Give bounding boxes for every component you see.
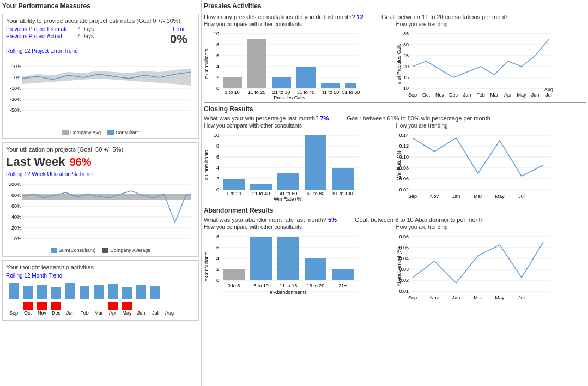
svg-text:21 to 30: 21 to 30 (272, 89, 290, 95)
svg-rect-28 (37, 302, 47, 310)
presales-question: How many presales consultations did you … (204, 14, 355, 20)
svg-text:21 to 40: 21 to 40 (252, 191, 270, 196)
svg-rect-67 (272, 77, 291, 88)
svg-text:Jan: Jan (66, 310, 75, 316)
abandonment-question-row: What was your abandonment rate last mont… (204, 216, 586, 223)
svg-rect-37 (122, 302, 132, 310)
svg-text:16 to 20: 16 to 20 (307, 283, 325, 288)
error-value: 0% (162, 32, 195, 46)
estimate-card: Your ability to provide accurate project… (2, 14, 199, 139)
presales-goal: Goal: between 11 to 20 consultations per… (381, 14, 509, 20)
svg-text:Jun: Jun (531, 92, 539, 98)
sum-consultant-label: Sum(Consultant) (59, 248, 96, 253)
utilization-trend-label: Rolling 12 Week Utilization % Trend (6, 171, 195, 177)
closing-trend-chart: Win Rate (%) 0.14 0.12 0.10 0.08 0.06 0.… (396, 130, 554, 201)
svg-text:2: 2 (216, 176, 219, 182)
svg-text:6: 6 (216, 245, 219, 250)
presales-section: How many presales consultations did you … (204, 14, 586, 100)
svg-text:Apr: Apr (109, 310, 117, 316)
closing-goal: Goal: between 61% to 80% win percentage … (347, 115, 490, 122)
svg-text:6: 6 (216, 53, 219, 58)
closing-section: Closing Results What was your win percen… (204, 102, 586, 202)
closing-question-row: What was your win percentage last month?… (204, 115, 586, 122)
sum-consultant-box (51, 248, 57, 253)
svg-text:41 to 60: 41 to 60 (280, 191, 298, 196)
week-label: Last Week (6, 155, 65, 169)
svg-text:0.12: 0.12 (399, 143, 409, 149)
svg-text:15: 15 (403, 75, 408, 80)
svg-text:0 to 5: 0 to 5 (228, 283, 240, 288)
utilization-legend: Sum(Consultant) Company Average (6, 248, 195, 253)
svg-text:4: 4 (216, 64, 219, 69)
svg-text:8: 8 (216, 234, 219, 239)
svg-text:20: 20 (403, 64, 408, 69)
svg-text:Aug: Aug (544, 87, 553, 92)
svg-text:May: May (122, 310, 132, 316)
trending-label: How you are trending (396, 21, 586, 27)
svg-rect-39 (150, 286, 160, 299)
closing-value: 7% (320, 115, 329, 122)
svg-rect-117 (250, 184, 272, 190)
svg-text:Jan: Jan (452, 194, 460, 199)
svg-text:Mar: Mar (474, 194, 482, 199)
svg-text:21+: 21+ (338, 283, 347, 288)
svg-rect-32 (80, 286, 89, 299)
svg-rect-29 (51, 287, 61, 299)
company-avg-box (62, 130, 69, 135)
svg-text:4: 4 (216, 256, 219, 261)
presales-histogram-container: How you compare with other consultants #… (204, 21, 394, 100)
svg-text:Mar: Mar (474, 295, 482, 300)
company-avg-util-legend: Company Average (102, 248, 150, 253)
leadership-chart: Sep Oct Nov Dec Jan Feb Mar Apr May Jun … (6, 280, 194, 316)
svg-text:Mar: Mar (94, 310, 103, 316)
closing-histogram: # Consultants 10 8 6 4 2 0 (204, 130, 365, 201)
svg-text:Nov: Nov (429, 194, 439, 199)
svg-text:Dec: Dec (52, 310, 61, 316)
svg-text:20%: 20% (11, 225, 21, 231)
svg-text:Oct: Oct (24, 310, 32, 316)
svg-text:11 to 20: 11 to 20 (248, 89, 266, 95)
abandonment-trend-chart: Abandonment (%) 0.06 0.05 0.04 0.03 0.02… (396, 231, 554, 302)
svg-rect-119 (305, 135, 326, 190)
svg-text:10: 10 (403, 86, 408, 91)
svg-text:0: 0 (216, 86, 219, 91)
presales-charts-row: How you compare with other consultants #… (204, 21, 586, 100)
leadership-trend-label: Rolling 12 Month Trend (6, 273, 195, 279)
leadership-card-title: Your thought leadership activities (6, 264, 195, 270)
svg-rect-160 (277, 237, 299, 280)
company-avg-util-box (102, 248, 108, 253)
svg-rect-26 (23, 302, 33, 310)
svg-text:Oct: Oct (422, 92, 430, 98)
svg-text:10%: 10% (11, 64, 21, 69)
svg-text:8: 8 (216, 143, 219, 149)
consultant-legend: Consultant (107, 130, 139, 135)
svg-text:Jan: Jan (452, 295, 460, 300)
prev-actual-value: 7 Days (77, 33, 104, 39)
closing-histogram-container: How you compare with other consultants #… (204, 123, 394, 202)
svg-text:30: 30 (403, 42, 408, 47)
svg-text:0.01: 0.01 (399, 288, 409, 294)
svg-text:Jul: Jul (152, 310, 159, 316)
svg-text:2: 2 (216, 267, 219, 272)
svg-rect-116 (223, 179, 245, 190)
svg-text:41 to 50: 41 to 50 (322, 89, 340, 95)
svg-rect-30 (51, 302, 61, 310)
svg-text:0.06: 0.06 (399, 176, 409, 182)
svg-text:1 to 20: 1 to 20 (226, 191, 241, 196)
svg-rect-66 (247, 39, 266, 88)
svg-text:May: May (495, 295, 505, 300)
svg-text:0%: 0% (14, 75, 21, 80)
company-avg-label: Company Avg (70, 130, 101, 135)
company-avg-util-label: Company Average (110, 248, 150, 253)
svg-text:Win Rate (%): Win Rate (%) (274, 196, 303, 201)
svg-text:Jul: Jul (518, 295, 525, 300)
svg-text:60%: 60% (11, 203, 21, 209)
estimate-trend-label: Rolling 12 Project Error Trend (6, 48, 195, 54)
sum-consultant-legend: Sum(Consultant) (51, 248, 96, 253)
svg-text:0.06: 0.06 (399, 234, 409, 239)
svg-text:61 to 80: 61 to 80 (307, 191, 325, 196)
prev-actual-label: Previous Project Actual (6, 33, 77, 39)
svg-rect-161 (305, 258, 326, 280)
svg-text:May: May (517, 92, 526, 98)
abandonment-trending-label: How you are trending (396, 224, 586, 230)
